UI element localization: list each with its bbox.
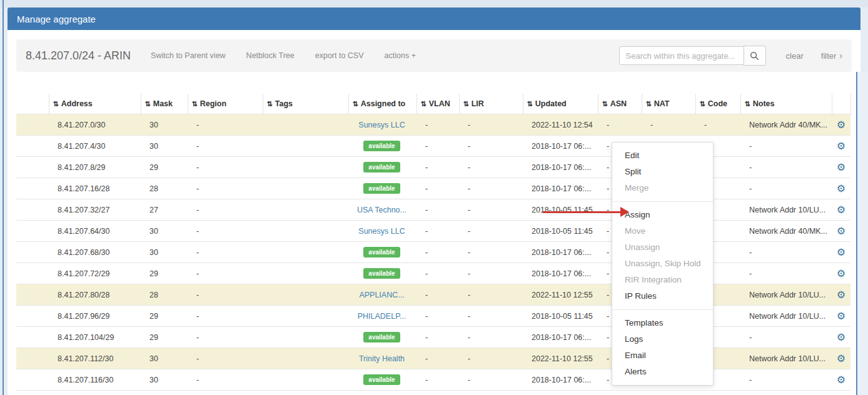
gear-icon[interactable]: ⚙ — [837, 183, 845, 194]
lir-cell: - — [459, 157, 523, 178]
menu-item-email[interactable]: Email — [612, 348, 713, 364]
column-header-asn[interactable]: ⇅ASN — [598, 94, 642, 114]
notes-cell: - — [740, 136, 832, 157]
menu-item-alerts[interactable]: Alerts — [612, 364, 713, 380]
row-actions-cell: ⚙ — [832, 284, 850, 306]
assigned-to-link[interactable]: Trinity Health — [359, 354, 405, 363]
sort-icon: ⇅ — [745, 100, 750, 108]
notes-cell: Network Addr 10/LU... — [740, 306, 832, 327]
table-row: 8.41.207.68/3030-available--2018-10-17 0… — [16, 242, 850, 263]
assigned-to-link[interactable]: PHILADELP... — [358, 312, 406, 321]
updated-cell: 2018-10-17 06:... — [523, 157, 598, 178]
available-badge: available — [363, 374, 400, 385]
table-row: 8.41.207.0/3030-Sunesys LLC--2022-11-10 … — [16, 114, 850, 136]
gear-icon[interactable]: ⚙ — [837, 226, 845, 236]
vlan-cell: - — [416, 199, 459, 221]
search-button[interactable] — [744, 46, 766, 66]
nat-cell: - — [642, 114, 695, 136]
notes-cell: Network Addr 40/MK... — [740, 221, 832, 242]
assigned-to-cell: available — [348, 369, 416, 391]
vlan-cell: - — [416, 263, 459, 284]
menu-item-merge: Merge — [612, 180, 713, 196]
menu-item-edit[interactable]: Edit — [612, 148, 713, 164]
assigned-to-link[interactable]: Sunesys LLC — [358, 121, 405, 129]
header-actions-column — [832, 94, 850, 114]
column-header-nat[interactable]: ⇅NAT — [642, 94, 695, 114]
gear-icon[interactable]: ⚙ — [837, 119, 845, 130]
gear-icon[interactable]: ⚙ — [837, 332, 845, 342]
clear-button[interactable]: clear — [786, 51, 804, 61]
lir-cell: - — [459, 221, 523, 242]
available-badge: available — [363, 162, 400, 172]
row-actions-cell: ⚙ — [832, 178, 850, 199]
window-frame-right — [856, 72, 857, 395]
sort-icon: ⇅ — [463, 100, 469, 108]
gear-icon[interactable]: ⚙ — [837, 268, 845, 279]
toolbar-link-netblock-tree[interactable]: Netblock Tree — [246, 51, 295, 60]
menu-item-logs[interactable]: Logs — [612, 331, 713, 348]
row-spacer-cell — [16, 327, 49, 348]
column-header-lir[interactable]: ⇅LIR — [459, 94, 523, 114]
search-input[interactable] — [619, 46, 744, 65]
column-header-mask[interactable]: ⇅Mask — [141, 94, 188, 114]
column-header-code[interactable]: ⇅Code — [695, 94, 740, 114]
updated-cell: 2018-10-05 11:45 — [523, 199, 598, 221]
menu-item-move: Move — [612, 223, 713, 239]
column-header-address[interactable]: ⇅Address — [49, 94, 141, 114]
gear-icon[interactable]: ⚙ — [837, 141, 845, 151]
gear-icon[interactable]: ⚙ — [837, 204, 845, 215]
gear-icon[interactable]: ⚙ — [837, 374, 845, 385]
region-cell: - — [188, 284, 263, 306]
gear-icon[interactable]: ⚙ — [837, 311, 845, 321]
row-spacer-cell — [16, 284, 49, 306]
column-header-notes[interactable]: ⇅Notes — [740, 94, 832, 114]
region-cell: - — [188, 242, 263, 263]
annotation-arrow-head — [620, 207, 629, 217]
address-cell: 8.41.207.80/28 — [49, 284, 141, 306]
toolbar-link-actions[interactable]: actions + — [385, 51, 416, 60]
column-header-vlan[interactable]: ⇅VLAN — [416, 94, 459, 114]
sort-icon: ⇅ — [192, 100, 198, 108]
row-spacer-cell — [16, 306, 49, 327]
annotation-arrow-line — [543, 211, 622, 213]
tags-cell — [263, 221, 348, 242]
updated-cell: 2018-10-17 06:... — [523, 369, 598, 391]
vlan-cell: - — [416, 369, 459, 391]
address-cell: 8.41.207.112/30 — [49, 348, 141, 369]
table-row: 8.41.207.4/3030-available--2018-10-17 06… — [16, 136, 850, 157]
filter-button[interactable]: filter› — [821, 51, 842, 61]
lir-cell: - — [459, 199, 523, 221]
vlan-cell: - — [416, 136, 459, 157]
gear-icon[interactable]: ⚙ — [837, 353, 845, 364]
column-header-tags[interactable]: ⇅Tags — [263, 94, 348, 114]
gear-icon[interactable]: ⚙ — [837, 162, 845, 172]
vlan-cell: - — [416, 178, 459, 199]
table-row: 8.41.207.72/2929-available--2018-10-17 0… — [16, 263, 850, 284]
menu-item-ip-rules[interactable]: IP Rules — [612, 288, 713, 304]
lir-cell: - — [459, 327, 523, 348]
menu-item-templates[interactable]: Templates — [612, 315, 713, 331]
gear-icon[interactable]: ⚙ — [837, 247, 845, 258]
toolbar-link-switch-to-parent-view[interactable]: Switch to Parent view — [151, 51, 226, 60]
page-background-right — [857, 72, 868, 395]
chevron-right-icon: › — [839, 51, 842, 61]
assigned-to-link[interactable]: Sunesys LLC — [358, 227, 405, 236]
mask-cell: 30 — [141, 348, 188, 369]
menu-item-split[interactable]: Split — [612, 164, 713, 180]
column-header-updated[interactable]: ⇅Updated — [523, 94, 598, 114]
gear-icon[interactable]: ⚙ — [837, 289, 845, 300]
toolbar-link-export-to-csv[interactable]: export to CSV — [315, 51, 364, 60]
address-cell: 8.41.207.8/29 — [49, 157, 141, 178]
column-header-assigned-to[interactable]: ⇅Assigned to — [348, 94, 416, 114]
assigned-to-link[interactable]: USA Techno... — [357, 206, 406, 214]
sort-icon: ⇅ — [421, 100, 426, 108]
table-row: 8.41.207.16/2828-available--2018-10-17 0… — [16, 178, 850, 199]
notes-cell: - — [740, 263, 832, 284]
region-cell: - — [188, 199, 263, 221]
row-spacer-cell — [16, 263, 49, 284]
tags-cell — [263, 136, 348, 157]
assigned-to-link[interactable]: APPLIANC... — [359, 291, 404, 299]
column-header-region[interactable]: ⇅Region — [188, 94, 263, 114]
assigned-to-cell: available — [348, 157, 416, 178]
tags-cell — [263, 157, 348, 178]
